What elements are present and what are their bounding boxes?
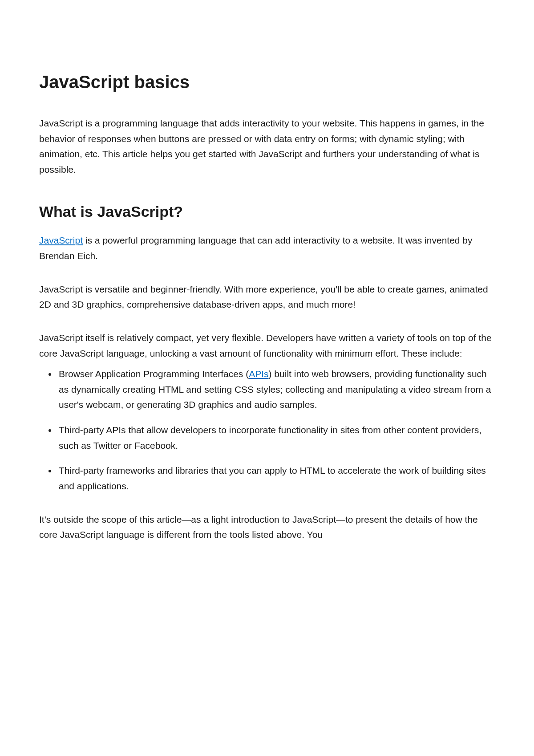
page-title: JavaScript basics	[39, 71, 495, 93]
paragraph: JavaScript is versatile and beginner-fri…	[39, 282, 495, 313]
link-javascript[interactable]: JavaScript	[39, 235, 83, 245]
list-item: Third-party frameworks and libraries tha…	[57, 463, 495, 494]
paragraph-partial: It's outside the scope of this article—a…	[39, 512, 495, 543]
intro-paragraph: JavaScript is a programming language tha…	[39, 116, 495, 178]
list-item: Third-party APIs that allow developers t…	[57, 423, 495, 453]
paragraph: JavaScript itself is relatively compact,…	[39, 330, 495, 361]
paragraph: JavaScript is a powerful programming lan…	[39, 233, 495, 264]
tools-list: Browser Application Programming Interfac…	[39, 366, 495, 494]
link-apis[interactable]: APIs	[249, 369, 268, 379]
article: JavaScript basics JavaScript is a progra…	[0, 0, 534, 756]
list-item: Browser Application Programming Interfac…	[57, 366, 495, 413]
list-item-text: Browser Application Programming Interfac…	[59, 369, 249, 379]
paragraph-text: is a powerful programming language that …	[39, 235, 473, 261]
section-heading-what-is-js: What is JavaScript?	[39, 203, 495, 221]
